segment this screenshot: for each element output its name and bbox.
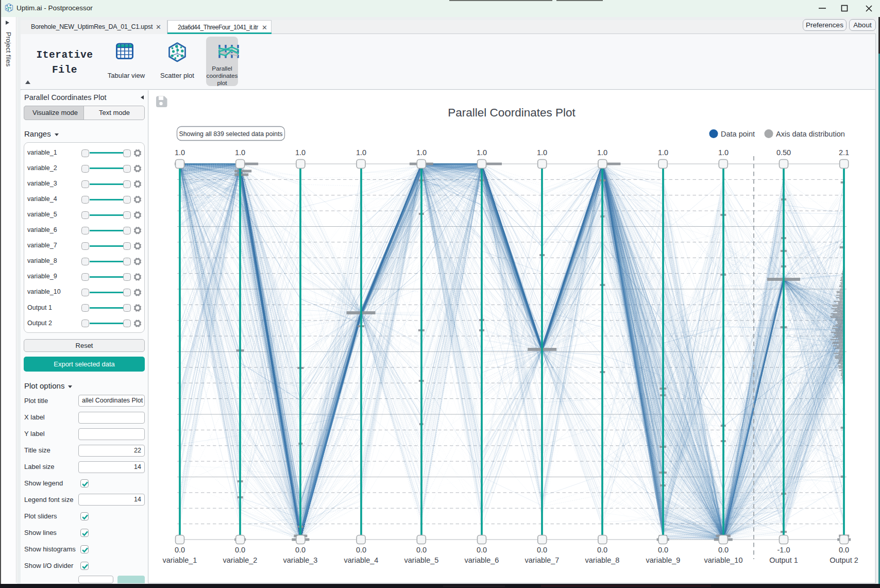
svg-text:variable_2: variable_2 bbox=[223, 556, 258, 564]
svg-text:variable_3: variable_3 bbox=[283, 556, 318, 564]
svg-text:variable_8: variable_8 bbox=[585, 556, 620, 564]
svg-text:1.0: 1.0 bbox=[235, 148, 245, 157]
svg-text:1.0: 1.0 bbox=[295, 148, 306, 157]
svg-text:1.0: 1.0 bbox=[718, 148, 729, 157]
svg-text:Showing all 839 selected data: Showing all 839 selected data points bbox=[179, 130, 282, 138]
svg-text:Axis data distribution: Axis data distribution bbox=[776, 130, 845, 138]
svg-text:0.0: 0.0 bbox=[235, 546, 245, 554]
svg-text:variable_10: variable_10 bbox=[704, 556, 743, 564]
svg-text:0.0: 0.0 bbox=[718, 546, 729, 554]
svg-text:Output 1: Output 1 bbox=[769, 556, 798, 564]
svg-text:0.0: 0.0 bbox=[175, 546, 185, 554]
svg-text:1.0: 1.0 bbox=[537, 148, 547, 157]
svg-text:1.0: 1.0 bbox=[416, 148, 427, 157]
svg-text:0.50: 0.50 bbox=[776, 148, 791, 157]
svg-text:variable_9: variable_9 bbox=[646, 556, 681, 564]
svg-text:2.1: 2.1 bbox=[839, 148, 849, 157]
svg-text:0.0: 0.0 bbox=[416, 546, 427, 554]
svg-text:variable_7: variable_7 bbox=[525, 556, 560, 564]
svg-text:1.0: 1.0 bbox=[175, 148, 185, 157]
svg-text:variable_4: variable_4 bbox=[344, 556, 379, 564]
svg-text:Output 2: Output 2 bbox=[830, 556, 858, 564]
svg-text:Data point: Data point bbox=[721, 130, 755, 138]
svg-text:1.0: 1.0 bbox=[658, 148, 668, 157]
svg-text:1.0: 1.0 bbox=[477, 148, 487, 157]
svg-text:1.0: 1.0 bbox=[597, 148, 607, 157]
svg-text:variable_5: variable_5 bbox=[404, 556, 439, 564]
svg-text:variable_6: variable_6 bbox=[465, 556, 499, 564]
svg-text:0.0: 0.0 bbox=[839, 546, 849, 554]
svg-text:0.0: 0.0 bbox=[356, 546, 366, 554]
svg-text:0.0: 0.0 bbox=[537, 546, 547, 554]
svg-text:0.0: 0.0 bbox=[658, 546, 668, 554]
svg-text:1.0: 1.0 bbox=[356, 148, 366, 157]
svg-text:0.0: 0.0 bbox=[597, 546, 607, 554]
svg-text:-1.0: -1.0 bbox=[777, 546, 790, 554]
svg-text:Parallel Coordinates Plot: Parallel Coordinates Plot bbox=[448, 106, 576, 119]
svg-text:variable_1: variable_1 bbox=[163, 556, 197, 564]
svg-text:0.0: 0.0 bbox=[295, 546, 306, 554]
svg-text:0.0: 0.0 bbox=[477, 546, 487, 554]
